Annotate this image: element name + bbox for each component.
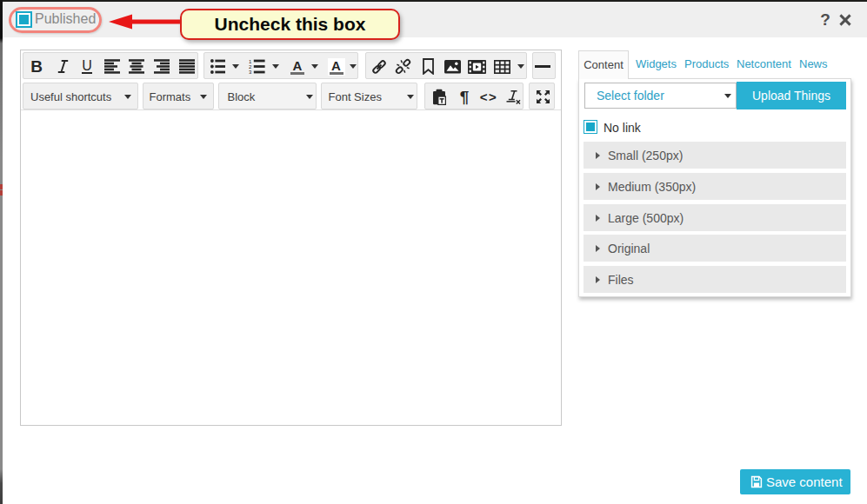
svg-text:1: 1: [249, 59, 252, 64]
svg-text:3: 3: [249, 70, 252, 74]
